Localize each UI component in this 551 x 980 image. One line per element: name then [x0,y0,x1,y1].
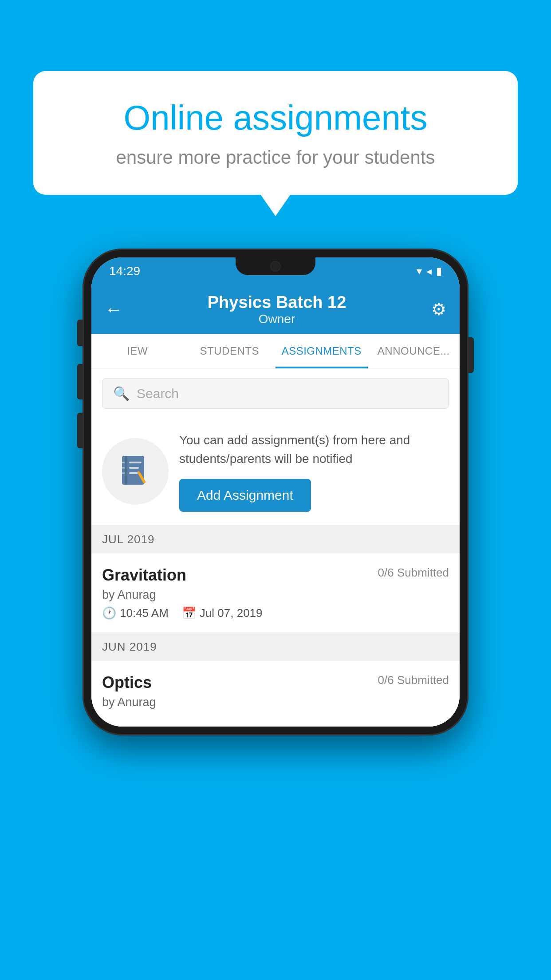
status-icons: ▾ ◂ ▮ [417,265,442,277]
tab-iew[interactable]: IEW [91,334,184,368]
header-subtitle: Owner [122,312,431,326]
search-icon: 🔍 [113,386,130,401]
notebook-icon [118,454,153,489]
assignment-meta: 🕐 10:45 AM 📅 Jul 07, 2019 [102,606,449,620]
phone-device: 14:29 ▾ ◂ ▮ ← Physics Batch 12 Owner ⚙ [83,249,468,735]
section-header-jul: JUL 2019 [91,526,460,553]
meta-time: 🕐 10:45 AM [102,606,169,620]
assignment-icon-circle [102,438,169,505]
add-assignment-card: You can add assignment(s) from here and … [91,418,460,526]
assignment-by: by Anurag [102,588,449,602]
assignment-item-optics-top: Optics 0/6 Submitted [102,673,449,692]
phone-side-button-right [468,337,474,373]
signal-icon: ◂ [426,265,432,277]
phone-outer: 14:29 ▾ ◂ ▮ ← Physics Batch 12 Owner ⚙ [83,249,468,735]
svg-rect-3 [129,467,139,469]
speech-bubble-container: Online assignments ensure more practice … [33,71,518,195]
assignment-submitted: 0/6 Submitted [378,566,449,580]
svg-rect-2 [129,462,142,463]
svg-rect-4 [129,472,138,474]
tab-assignments[interactable]: ASSIGNMENTS [276,334,368,368]
assignment-item-top: Gravitation 0/6 Submitted [102,566,449,585]
battery-icon: ▮ [436,265,442,277]
search-container: 🔍 Search [91,369,460,418]
meta-date: 📅 Jul 07, 2019 [182,606,263,620]
tab-students[interactable]: STUDENTS [184,334,276,368]
calendar-icon: 📅 [182,606,196,620]
speech-bubble-title: Online assignments [69,98,482,138]
add-assignment-text: You can add assignment(s) from here and … [179,431,449,512]
header-title: Physics Batch 12 [122,293,431,312]
clock-icon: 🕐 [102,606,116,620]
phone-side-button-left-3 [77,413,83,448]
back-button[interactable]: ← [105,300,122,320]
settings-icon[interactable]: ⚙ [431,300,446,319]
assignment-by-optics: by Anurag [102,695,449,709]
add-assignment-description: You can add assignment(s) from here and … [179,431,449,468]
assignment-item-gravitation[interactable]: Gravitation 0/6 Submitted by Anurag 🕐 10… [91,553,460,633]
app-header: ← Physics Batch 12 Owner ⚙ [91,285,460,334]
search-bar[interactable]: 🔍 Search [102,378,449,409]
status-time: 14:29 [109,264,140,278]
assignment-date: Jul 07, 2019 [200,606,263,620]
assignment-submitted-optics: 0/6 Submitted [378,673,449,687]
assignment-item-optics[interactable]: Optics 0/6 Submitted by Anurag [91,661,460,727]
tab-announcements[interactable]: ANNOUNCE... [368,334,460,368]
svg-rect-1 [125,456,127,485]
phone-side-button-left-2 [77,364,83,399]
add-assignment-button[interactable]: Add Assignment [179,479,311,512]
header-center: Physics Batch 12 Owner [122,293,431,326]
wifi-icon: ▾ [417,265,422,277]
phone-camera [270,261,281,272]
search-placeholder: Search [137,386,179,401]
phone-screen: 14:29 ▾ ◂ ▮ ← Physics Batch 12 Owner ⚙ [91,257,460,727]
speech-bubble: Online assignments ensure more practice … [33,71,518,195]
assignment-name-optics: Optics [102,673,152,692]
phone-side-button-left-1 [77,320,83,346]
section-header-jun: JUN 2019 [91,633,460,661]
tab-bar: IEW STUDENTS ASSIGNMENTS ANNOUNCE... [91,334,460,369]
assignment-time: 10:45 AM [120,606,169,620]
assignment-name: Gravitation [102,566,186,585]
speech-bubble-subtitle: ensure more practice for your students [69,147,482,168]
